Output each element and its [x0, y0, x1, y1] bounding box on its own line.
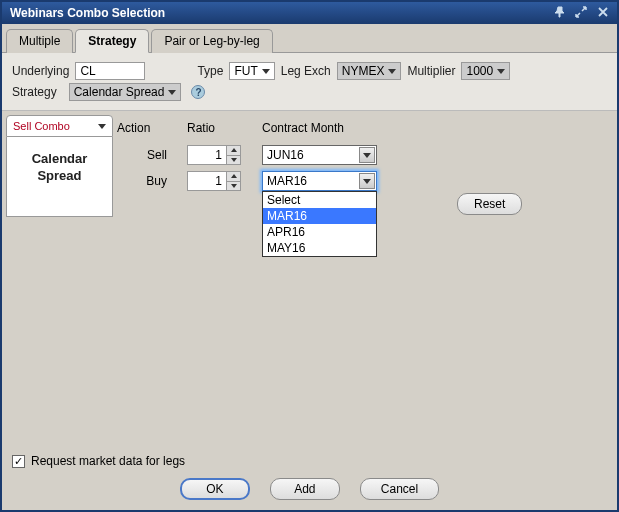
grid-header: Action Ratio Contract Month	[117, 121, 607, 135]
cancel-button[interactable]: Cancel	[360, 478, 439, 500]
footer: Request market data for legs OK Add Canc…	[2, 446, 617, 510]
month-option[interactable]: MAY16	[263, 240, 376, 256]
multiplier-label: Multiplier	[407, 64, 455, 78]
titlebar-controls	[553, 6, 609, 21]
leg-action: Buy	[117, 174, 167, 188]
leg-row-buy: Buy MAR16 Select MAR16 APR16 MAY16	[117, 171, 607, 191]
leg-exch-label: Leg Exch	[281, 64, 331, 78]
spin-down-icon[interactable]	[227, 182, 240, 191]
contract-month-buy[interactable]: MAR16 Select MAR16 APR16 MAY16	[262, 171, 377, 191]
add-button[interactable]: Add	[270, 478, 340, 500]
params-row-2: Strategy Calendar Spread ?	[12, 83, 607, 101]
titlebar: Webinars Combo Selection	[2, 2, 617, 24]
contract-month-sell[interactable]: JUN16	[262, 145, 377, 165]
tab-strategy[interactable]: Strategy	[75, 29, 149, 53]
leg-row-sell: Sell JUN16	[117, 145, 607, 165]
spin-up-icon[interactable]	[227, 146, 240, 156]
type-label: Type	[197, 64, 223, 78]
contract-month-dropdown-list: Select MAR16 APR16 MAY16	[262, 191, 377, 257]
tab-multiple[interactable]: Multiple	[6, 29, 73, 53]
pin-icon[interactable]	[553, 6, 565, 21]
spin-down-icon[interactable]	[227, 156, 240, 165]
expand-icon[interactable]	[575, 6, 587, 21]
body-area: Sell Combo Calendar Spread Action Ratio …	[2, 111, 617, 446]
chevron-down-icon[interactable]	[359, 147, 375, 163]
multiplier-dropdown[interactable]: 1000	[461, 62, 510, 80]
ratio-input[interactable]	[187, 145, 227, 165]
combo-side-tab[interactable]: Sell Combo	[6, 115, 113, 137]
reset-button-wrap: Reset	[457, 193, 522, 215]
request-md-label: Request market data for legs	[31, 454, 185, 468]
ratio-spinner-buy[interactable]	[187, 171, 242, 191]
legs-grid: Action Ratio Contract Month Sell JUN16	[117, 111, 617, 446]
combo-selection-window: Webinars Combo Selection Multiple Strate…	[2, 2, 617, 510]
col-month: Contract Month	[262, 121, 382, 135]
ratio-input[interactable]	[187, 171, 227, 191]
col-action: Action	[117, 121, 167, 135]
strategy-name-panel: Calendar Spread	[6, 137, 113, 217]
underlying-label: Underlying	[12, 64, 69, 78]
tab-pair-or-leg[interactable]: Pair or Leg-by-leg	[151, 29, 272, 53]
month-option[interactable]: APR16	[263, 224, 376, 240]
params-row-1: Underlying Type FUT Leg Exch NYMEX Multi…	[12, 62, 607, 80]
type-dropdown[interactable]: FUT	[229, 62, 274, 80]
request-md-row: Request market data for legs	[12, 454, 607, 468]
strategy-label: Strategy	[12, 85, 57, 99]
leg-action: Sell	[117, 148, 167, 162]
window-title: Webinars Combo Selection	[10, 6, 165, 20]
strategy-dropdown[interactable]: Calendar Spread	[69, 83, 182, 101]
underlying-input[interactable]	[75, 62, 145, 80]
side-panel: Sell Combo Calendar Spread	[2, 111, 117, 446]
tab-bar: Multiple Strategy Pair or Leg-by-leg	[2, 24, 617, 53]
col-ratio: Ratio	[187, 121, 242, 135]
dialog-buttons: OK Add Cancel	[12, 478, 607, 500]
ratio-spinner-sell[interactable]	[187, 145, 242, 165]
close-icon[interactable]	[597, 6, 609, 21]
help-icon[interactable]: ?	[191, 85, 205, 99]
spin-up-icon[interactable]	[227, 172, 240, 182]
request-md-checkbox[interactable]	[12, 455, 25, 468]
ok-button[interactable]: OK	[180, 478, 250, 500]
leg-exch-dropdown[interactable]: NYMEX	[337, 62, 402, 80]
chevron-down-icon[interactable]	[359, 173, 375, 189]
reset-button[interactable]: Reset	[457, 193, 522, 215]
month-option[interactable]: MAR16	[263, 208, 376, 224]
parameters-panel: Underlying Type FUT Leg Exch NYMEX Multi…	[2, 53, 617, 111]
combo-side-label: Sell Combo	[13, 120, 70, 132]
month-option[interactable]: Select	[263, 192, 376, 208]
